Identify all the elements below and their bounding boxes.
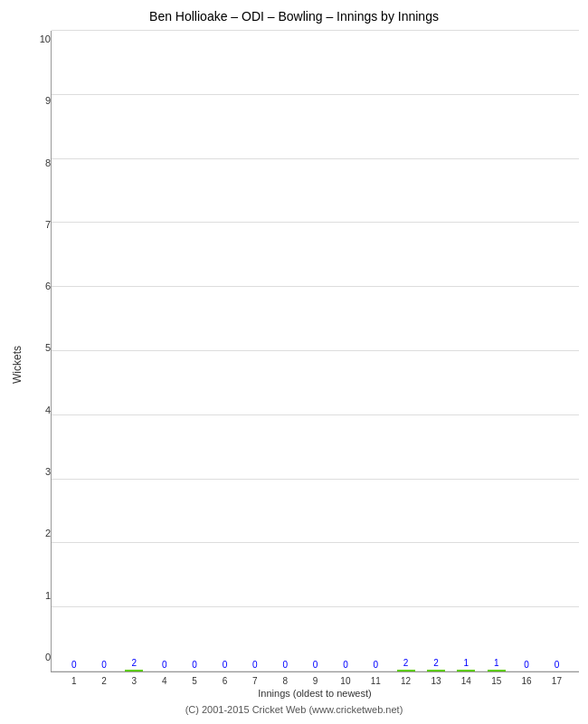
x-tick: 17 [542,676,572,686]
y-axis-ticks: 109876543210 [29,31,51,699]
bar-value-label: 0 [282,661,288,670]
bar-group: 2 [119,659,149,672]
bar-group: 2 [421,659,450,672]
bar-value-label: 1 [464,659,469,668]
bar-group: 0 [361,661,391,672]
x-tick: 4 [149,676,179,686]
x-axis-labels: 1234567891011121314151617 [51,672,579,686]
bar-value-label: 2 [403,659,409,668]
bar-value-label: 1 [494,659,499,668]
bar-group: 2 [391,659,421,672]
x-tick: 3 [119,676,149,686]
x-axis-label: Innings (oldest to newest) [51,688,579,699]
bar-value-label: 0 [343,661,348,670]
x-tick: 13 [421,676,450,686]
bar-group: 1 [481,659,511,672]
bar-group: 0 [149,661,179,672]
bar [125,670,143,672]
bar [397,670,415,672]
bar-group: 0 [270,661,300,672]
bar-group: 0 [300,661,330,672]
x-tick: 11 [361,676,391,686]
copyright: (C) 2001-2015 Cricket Web (www.cricketwe… [185,704,403,715]
chart-container: Ben Hollioake – ODI – Bowling – Innings … [0,0,588,724]
x-tick: 16 [511,676,541,686]
bar-group: 0 [542,661,572,672]
bar-value-label: 0 [524,661,529,670]
x-tick: 1 [59,676,89,686]
bar-value-label: 2 [132,659,138,668]
bar-value-label: 0 [223,661,228,670]
x-tick: 14 [451,676,481,686]
bar-value-label: 0 [162,661,167,670]
chart-title: Ben Hollioake – ODI – Bowling – Innings … [149,9,439,24]
bar-value-label: 0 [555,661,560,670]
chart-area: Wickets 109876543210 00200000000221100 1… [9,31,579,699]
x-tick: 6 [210,676,240,686]
x-tick: 2 [89,676,119,686]
bar-group: 0 [89,661,119,672]
x-tick: 8 [270,676,300,686]
bars-row: 00200000000221100 [52,31,579,672]
bar-value-label: 2 [433,659,439,668]
x-tick: 15 [481,676,511,686]
bar [427,670,445,672]
x-tick: 9 [300,676,330,686]
bar-value-label: 0 [101,661,107,670]
x-tick: 10 [330,676,360,686]
bar-value-label: 0 [252,661,258,670]
x-tick: 5 [179,676,209,686]
bar-value-label: 0 [192,661,197,670]
bar-value-label: 0 [373,661,378,670]
bar-group: 0 [179,661,209,672]
bar-value-label: 0 [71,661,77,670]
bar-group: 0 [330,661,360,672]
y-tick: 10 [40,34,51,44]
bar-group: 0 [240,661,270,672]
x-tick: 12 [391,676,421,686]
bar-group: 0 [511,661,541,672]
grid-and-bars: 00200000000221100 [51,31,579,672]
bar-group: 0 [210,661,240,672]
bar-value-label: 0 [313,661,318,670]
y-axis-label: Wickets [9,31,25,699]
bar-group: 1 [451,659,481,672]
bar-group: 0 [59,661,89,672]
x-tick: 7 [240,676,270,686]
bar [457,670,475,672]
bar [488,670,506,672]
plot-area: 00200000000221100 1234567891011121314151… [51,31,579,699]
